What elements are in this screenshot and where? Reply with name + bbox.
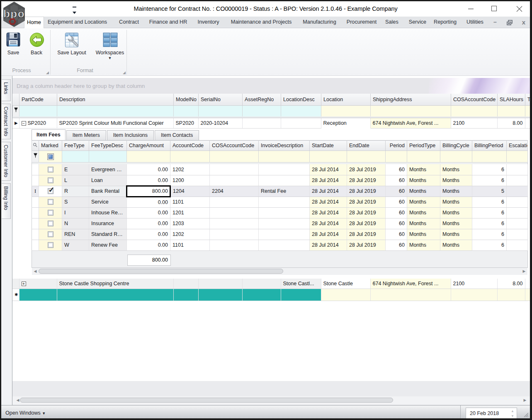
svg-text:bpo: bpo	[3, 7, 25, 20]
